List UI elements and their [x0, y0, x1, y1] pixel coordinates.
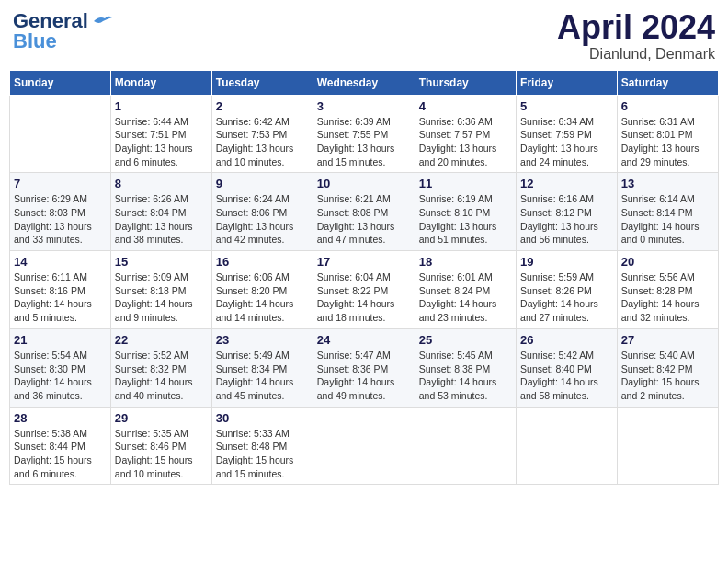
day-number: 13 — [621, 177, 714, 190]
day-number: 23 — [216, 333, 309, 347]
calendar-cell — [517, 407, 618, 485]
calendar-cell — [313, 407, 415, 485]
page-header: General Blue April 2024 Dianlund, Denmar… — [9, 9, 719, 63]
day-number: 24 — [317, 333, 411, 347]
calendar-week-row: 28Sunrise: 5:38 AMSunset: 8:44 PMDayligh… — [10, 407, 719, 485]
day-info: Sunrise: 6:19 AMSunset: 8:10 PMDaylight:… — [419, 192, 512, 247]
day-info: Sunrise: 6:21 AMSunset: 8:08 PMDaylight:… — [317, 192, 411, 247]
day-info: Sunrise: 6:26 AMSunset: 8:04 PMDaylight:… — [115, 192, 208, 247]
day-number: 12 — [520, 177, 613, 190]
day-info: Sunrise: 5:49 AMSunset: 8:34 PMDaylight:… — [216, 349, 309, 403]
calendar-table: SundayMondayTuesdayWednesdayThursdayFrid… — [9, 70, 719, 486]
calendar-cell: 11Sunrise: 6:19 AMSunset: 8:10 PMDayligh… — [415, 173, 516, 251]
day-number: 3 — [317, 99, 411, 113]
weekday-header: Thursday — [415, 70, 516, 95]
calendar-cell: 29Sunrise: 5:35 AMSunset: 8:46 PMDayligh… — [110, 407, 211, 485]
logo-bird-icon — [92, 14, 112, 29]
calendar-cell — [617, 407, 718, 485]
calendar-cell: 14Sunrise: 6:11 AMSunset: 8:16 PMDayligh… — [10, 251, 111, 329]
calendar-cell: 27Sunrise: 5:40 AMSunset: 8:42 PMDayligh… — [617, 328, 718, 407]
day-info: Sunrise: 6:44 AMSunset: 7:51 PMDaylight:… — [115, 115, 208, 169]
day-info: Sunrise: 6:36 AMSunset: 7:57 PMDaylight:… — [419, 115, 512, 169]
calendar-week-row: 14Sunrise: 6:11 AMSunset: 8:16 PMDayligh… — [10, 251, 719, 329]
day-number: 16 — [216, 255, 309, 269]
day-number: 21 — [14, 333, 107, 347]
calendar-week-row: 1Sunrise: 6:44 AMSunset: 7:51 PMDaylight… — [10, 95, 719, 173]
calendar-cell: 30Sunrise: 5:33 AMSunset: 8:48 PMDayligh… — [211, 407, 313, 485]
calendar-cell — [415, 407, 516, 485]
day-number: 15 — [115, 255, 208, 269]
day-info: Sunrise: 6:42 AMSunset: 7:53 PMDaylight:… — [216, 115, 309, 169]
calendar-cell: 18Sunrise: 6:01 AMSunset: 8:24 PMDayligh… — [415, 251, 516, 329]
day-number: 30 — [216, 411, 309, 425]
day-info: Sunrise: 6:04 AMSunset: 8:22 PMDaylight:… — [317, 270, 411, 325]
day-number: 6 — [621, 99, 714, 113]
calendar-cell: 12Sunrise: 6:16 AMSunset: 8:12 PMDayligh… — [517, 173, 618, 251]
logo-text-blue: Blue — [13, 29, 57, 53]
day-number: 11 — [419, 177, 512, 190]
calendar-cell: 16Sunrise: 6:06 AMSunset: 8:20 PMDayligh… — [211, 251, 313, 329]
calendar-cell: 20Sunrise: 5:56 AMSunset: 8:28 PMDayligh… — [617, 251, 718, 329]
day-info: Sunrise: 6:09 AMSunset: 8:18 PMDaylight:… — [115, 270, 208, 325]
calendar-cell: 13Sunrise: 6:14 AMSunset: 8:14 PMDayligh… — [617, 173, 718, 251]
calendar-cell: 26Sunrise: 5:42 AMSunset: 8:40 PMDayligh… — [517, 328, 618, 407]
calendar-cell: 25Sunrise: 5:45 AMSunset: 8:38 PMDayligh… — [415, 328, 516, 407]
day-number: 7 — [14, 177, 107, 190]
day-info: Sunrise: 6:01 AMSunset: 8:24 PMDaylight:… — [419, 270, 512, 325]
weekday-header: Sunday — [10, 70, 111, 95]
calendar-cell: 15Sunrise: 6:09 AMSunset: 8:18 PMDayligh… — [110, 251, 211, 329]
day-info: Sunrise: 5:40 AMSunset: 8:42 PMDaylight:… — [621, 349, 714, 403]
calendar-cell: 24Sunrise: 5:47 AMSunset: 8:36 PMDayligh… — [313, 328, 415, 407]
day-number: 14 — [14, 255, 107, 269]
day-info: Sunrise: 6:29 AMSunset: 8:03 PMDaylight:… — [14, 192, 107, 247]
day-info: Sunrise: 6:31 AMSunset: 8:01 PMDaylight:… — [621, 115, 714, 169]
day-info: Sunrise: 5:38 AMSunset: 8:44 PMDaylight:… — [14, 427, 107, 481]
day-info: Sunrise: 6:34 AMSunset: 7:59 PMDaylight:… — [520, 115, 613, 169]
day-info: Sunrise: 6:24 AMSunset: 8:06 PMDaylight:… — [216, 192, 309, 247]
day-number: 20 — [621, 255, 714, 269]
calendar-cell: 17Sunrise: 6:04 AMSunset: 8:22 PMDayligh… — [313, 251, 415, 329]
day-number: 1 — [115, 99, 208, 113]
day-info: Sunrise: 6:06 AMSunset: 8:20 PMDaylight:… — [216, 270, 309, 325]
day-number: 2 — [216, 99, 309, 113]
calendar-cell: 9Sunrise: 6:24 AMSunset: 8:06 PMDaylight… — [211, 173, 313, 251]
calendar-week-row: 7Sunrise: 6:29 AMSunset: 8:03 PMDaylight… — [10, 173, 719, 251]
day-number: 26 — [520, 333, 613, 347]
day-number: 29 — [115, 411, 208, 425]
day-number: 25 — [419, 333, 512, 347]
day-info: Sunrise: 5:45 AMSunset: 8:38 PMDaylight:… — [419, 349, 512, 403]
month-title: April 2024 — [557, 9, 715, 46]
title-area: April 2024 Dianlund, Denmark — [557, 9, 715, 63]
calendar-cell: 4Sunrise: 6:36 AMSunset: 7:57 PMDaylight… — [415, 95, 516, 173]
day-number: 5 — [520, 99, 613, 113]
location: Dianlund, Denmark — [557, 46, 715, 63]
day-info: Sunrise: 5:35 AMSunset: 8:46 PMDaylight:… — [115, 427, 208, 481]
calendar-cell: 2Sunrise: 6:42 AMSunset: 7:53 PMDaylight… — [211, 95, 313, 173]
day-number: 10 — [317, 177, 411, 190]
day-info: Sunrise: 5:47 AMSunset: 8:36 PMDaylight:… — [317, 349, 411, 403]
day-number: 28 — [14, 411, 107, 425]
day-info: Sunrise: 5:59 AMSunset: 8:26 PMDaylight:… — [520, 270, 613, 325]
calendar-cell: 3Sunrise: 6:39 AMSunset: 7:55 PMDaylight… — [313, 95, 415, 173]
day-number: 18 — [419, 255, 512, 269]
day-number: 19 — [520, 255, 613, 269]
calendar-cell: 21Sunrise: 5:54 AMSunset: 8:30 PMDayligh… — [10, 328, 111, 407]
day-info: Sunrise: 6:39 AMSunset: 7:55 PMDaylight:… — [317, 115, 411, 169]
day-info: Sunrise: 5:54 AMSunset: 8:30 PMDaylight:… — [14, 349, 107, 403]
weekday-header: Saturday — [617, 70, 718, 95]
calendar-cell: 7Sunrise: 6:29 AMSunset: 8:03 PMDaylight… — [10, 173, 111, 251]
day-info: Sunrise: 5:56 AMSunset: 8:28 PMDaylight:… — [621, 270, 714, 325]
day-number: 22 — [115, 333, 208, 347]
calendar-cell: 19Sunrise: 5:59 AMSunset: 8:26 PMDayligh… — [517, 251, 618, 329]
day-info: Sunrise: 6:16 AMSunset: 8:12 PMDaylight:… — [520, 192, 613, 247]
day-number: 27 — [621, 333, 714, 347]
calendar-cell: 23Sunrise: 5:49 AMSunset: 8:34 PMDayligh… — [211, 328, 313, 407]
calendar-cell: 8Sunrise: 6:26 AMSunset: 8:04 PMDaylight… — [110, 173, 211, 251]
calendar-cell: 5Sunrise: 6:34 AMSunset: 7:59 PMDaylight… — [517, 95, 618, 173]
calendar-cell: 28Sunrise: 5:38 AMSunset: 8:44 PMDayligh… — [10, 407, 111, 485]
weekday-header: Monday — [110, 70, 211, 95]
calendar-header-row: SundayMondayTuesdayWednesdayThursdayFrid… — [10, 70, 719, 95]
weekday-header: Tuesday — [211, 70, 313, 95]
calendar-cell: 22Sunrise: 5:52 AMSunset: 8:32 PMDayligh… — [110, 328, 211, 407]
day-number: 8 — [115, 177, 208, 190]
